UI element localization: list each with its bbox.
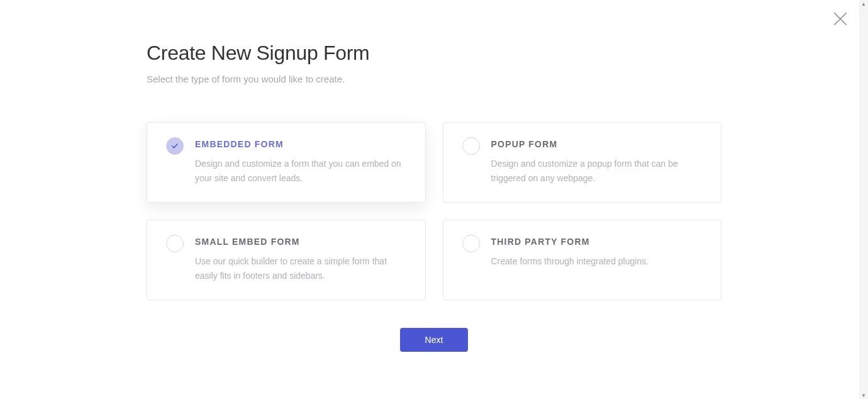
option-title: SMALL EMBED FORM	[195, 237, 406, 247]
scrollbar-track[interactable]: ▲ ▼	[859, 0, 868, 399]
option-content: THIRD PARTY FORM Create forms through in…	[491, 237, 703, 269]
page-subtitle: Select the type of form you would like t…	[147, 74, 721, 84]
radio-indicator	[166, 137, 184, 155]
option-popup-form[interactable]: POPUP FORM Design and customize a popup …	[443, 122, 722, 203]
option-description: Design and customize a form that you can…	[195, 157, 406, 186]
option-title: THIRD PARTY FORM	[491, 237, 703, 247]
option-small-embed-form[interactable]: SMALL EMBED FORM Use our quick builder t…	[147, 220, 426, 300]
option-content: SMALL EMBED FORM Use our quick builder t…	[195, 237, 406, 283]
option-description: Create forms through integrated plugins.	[491, 254, 703, 269]
option-title: EMBEDDED FORM	[195, 139, 406, 149]
form-type-options: EMBEDDED FORM Design and customize a for…	[147, 122, 721, 300]
option-content: POPUP FORM Design and customize a popup …	[491, 139, 703, 186]
scrollbar-up-arrow-icon[interactable]: ▲	[859, 0, 868, 8]
option-description: Use our quick builder to create a simple…	[195, 254, 406, 283]
page-title: Create New Signup Form	[147, 42, 721, 65]
modal-content: Create New Signup Form Select the type o…	[0, 0, 868, 352]
option-title: POPUP FORM	[491, 139, 703, 149]
next-button[interactable]: Next	[400, 328, 469, 352]
close-button[interactable]	[832, 11, 849, 29]
option-embedded-form[interactable]: EMBEDDED FORM Design and customize a for…	[147, 122, 426, 203]
option-third-party-form[interactable]: THIRD PARTY FORM Create forms through in…	[443, 220, 722, 300]
actions-row: Next	[147, 328, 721, 352]
scrollbar-down-arrow-icon[interactable]: ▼	[859, 391, 868, 399]
radio-indicator	[166, 235, 184, 252]
radio-indicator	[462, 137, 480, 155]
radio-indicator	[462, 235, 480, 252]
close-icon	[832, 11, 849, 30]
option-description: Design and customize a popup form that c…	[491, 157, 703, 186]
check-icon	[171, 142, 179, 150]
option-content: EMBEDDED FORM Design and customize a for…	[195, 139, 406, 186]
